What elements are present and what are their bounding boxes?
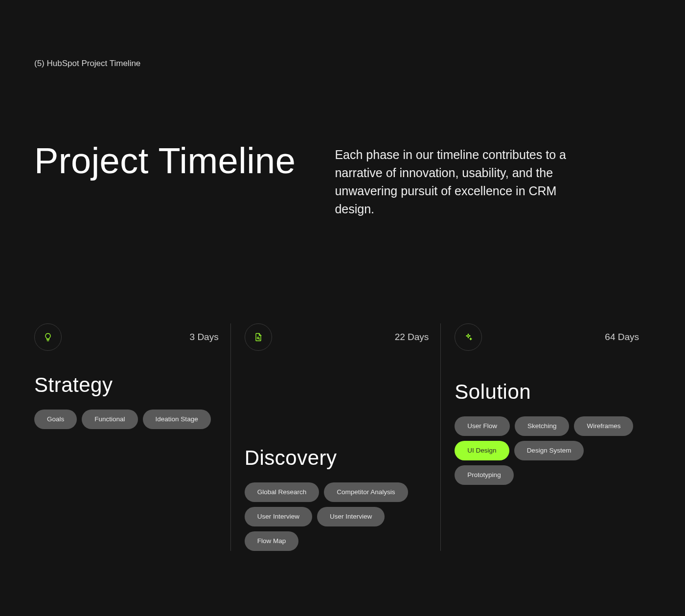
- pill: Goals: [34, 410, 77, 429]
- pill: User Interview: [245, 507, 312, 526]
- pill: Functional: [82, 410, 137, 429]
- phase-solution: 64 DaysSolutionUser FlowSketchingWirefra…: [440, 323, 651, 551]
- pill: Prototyping: [455, 465, 513, 485]
- pill: Wireframes: [574, 416, 633, 436]
- pill: Competitor Analysis: [324, 482, 408, 502]
- phase-discovery: 22 DaysDiscoveryGlobal ResearchCompetito…: [230, 323, 441, 551]
- sparkle-icon: [455, 323, 482, 351]
- phase-head: 64 Days: [455, 323, 639, 351]
- hero: Project Timeline Each phase in our timel…: [34, 142, 651, 218]
- pill: Global Research: [245, 482, 320, 502]
- phase-pills: Global ResearchCompetitor AnalysisUser I…: [245, 482, 429, 551]
- pill: Design System: [514, 441, 584, 460]
- phase-title: Solution: [455, 380, 639, 404]
- bulb-icon: [34, 323, 62, 351]
- pill: Flow Map: [245, 531, 299, 551]
- phase-title: Discovery: [245, 446, 429, 470]
- phase-duration: 3 Days: [190, 332, 219, 342]
- phase-pills: GoalsFunctionalIdeation Stage: [34, 410, 219, 429]
- phases-row: 3 DaysStrategyGoalsFunctionalIdeation St…: [34, 323, 651, 551]
- phase-head: 22 Days: [245, 323, 429, 351]
- phase-duration: 22 Days: [395, 332, 429, 342]
- phase-duration: 64 Days: [605, 332, 639, 342]
- phase-strategy: 3 DaysStrategyGoalsFunctionalIdeation St…: [34, 323, 230, 551]
- section-eyebrow: (5) HubSpot Project Timeline: [34, 59, 651, 68]
- pill: User Flow: [455, 416, 510, 436]
- pill: User Interview: [317, 507, 385, 526]
- phase-pills: User FlowSketchingWireframesUI DesignDes…: [455, 416, 639, 485]
- phase-title: Strategy: [34, 373, 219, 397]
- phase-head: 3 Days: [34, 323, 219, 351]
- pill: UI Design: [455, 441, 509, 460]
- page: (5) HubSpot Project Timeline Project Tim…: [0, 0, 685, 551]
- page-description: Each phase in our timeline contributes t…: [335, 146, 584, 218]
- pill: Sketching: [515, 416, 569, 436]
- file-search-icon: [245, 323, 272, 351]
- pill: Ideation Stage: [143, 410, 211, 429]
- page-title: Project Timeline: [34, 142, 296, 180]
